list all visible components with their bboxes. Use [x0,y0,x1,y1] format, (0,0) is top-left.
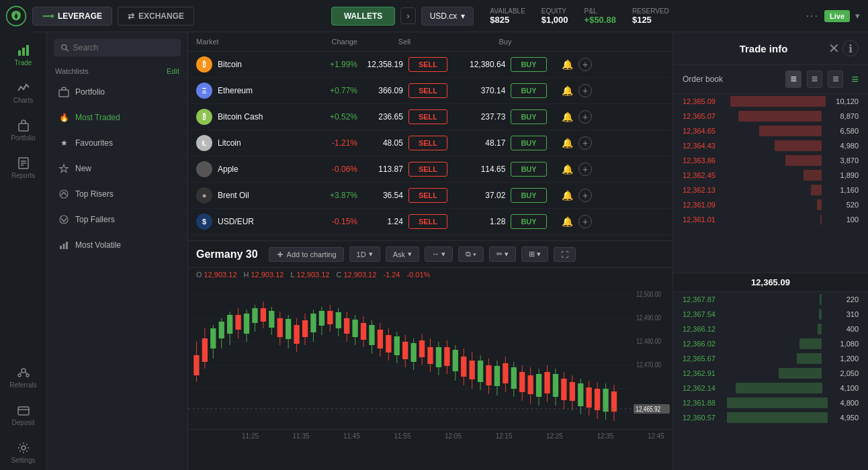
new-icon [58,162,70,175]
bid-row[interactable]: 12,366.12 400 [673,322,868,336]
collapse-button[interactable]: ▾ [855,11,860,21]
nav-item-top-fallers[interactable]: Top Fallers [50,207,185,232]
ask-row[interactable]: 12,361.09 520 [673,197,868,212]
add-to-watchlist-button[interactable]: + [578,136,592,150]
ask-button[interactable]: Ask ▾ [386,246,419,262]
ohlc-close: C 12,903.12 [336,271,376,279]
nav-item-new[interactable]: New [50,156,185,181]
buy-button[interactable]: BUY [511,214,546,229]
table-row[interactable]: $ USD/EUR -0.15% 1.24 SELL 1.28 BUY 🔔 + [188,209,672,235]
alert-button[interactable]: 🔔 [562,111,573,122]
buy-button[interactable]: BUY [511,162,546,177]
ask-row[interactable]: 12,365.09 10,120 [673,94,868,109]
ask-row[interactable]: 12,362.13 1,160 [673,183,868,197]
table-row[interactable]: ₿ Bitcoin +1.99% 12,358.19 SELL 12,380.6… [188,52,672,78]
add-to-watchlist-button[interactable]: + [578,215,592,228]
timeframe-button[interactable]: 1D ▾ [349,246,380,262]
svg-rect-41 [219,322,224,338]
alert-button[interactable]: 🔔 [562,138,573,148]
ask-row[interactable]: 12,365.07 8,870 [673,109,868,124]
view-depth-button[interactable]: ≡ [851,73,859,87]
ask-bar [730,96,826,107]
add-to-watchlist-button[interactable]: + [578,189,592,202]
alert-button[interactable]: 🔔 [562,164,573,175]
nav-item-most-traded[interactable]: 🔥 Most Traded [50,105,185,130]
sell-button[interactable]: SELL [408,188,447,203]
table-row[interactable]: Ł Litcoin -1.21% 48.05 SELL 48.17 BUY 🔔 … [188,130,672,156]
svg-point-10 [18,374,21,377]
draw-button[interactable]: ✏ ▾ [489,246,516,262]
sell-button[interactable]: SELL [408,136,447,150]
width-button[interactable]: ↔ ▾ [425,246,453,262]
nav-item-portfolio[interactable]: Portfolio [50,80,185,104]
buy-button[interactable]: BUY [511,136,546,150]
bid-row[interactable]: 12,367.87 220 [673,292,868,307]
bid-row[interactable]: 12,360.57 4,950 [673,410,868,425]
buy-button[interactable]: BUY [511,83,546,98]
nav-item-most-volatile[interactable]: Most Volatile [50,233,185,257]
fullscreen-button[interactable]: ⛶ [554,247,576,262]
ask-row[interactable]: 12,361.01 100 [673,212,868,227]
more-options-button[interactable]: ··· [806,10,819,22]
leverage-button[interactable]: ⟿ LEVERAGE [32,7,112,26]
ask-row[interactable]: 12,364.43 4,980 [673,138,868,153]
nav-item-top-risers[interactable]: Top Risers [50,182,185,206]
sell-button[interactable]: SELL [408,162,447,177]
edit-button[interactable]: Edit [167,67,179,75]
search-input[interactable] [73,43,174,52]
nav-item-favourites[interactable]: ★ Favourites [50,131,185,155]
alert-button[interactable]: 🔔 [562,85,573,96]
info-button[interactable]: ℹ [842,40,859,56]
sidebar-item-portfolio[interactable]: Portfolio [3,113,44,148]
alert-button[interactable]: 🔔 [562,216,573,227]
currency-selector[interactable]: USD.cx ▾ [421,7,474,26]
buy-button[interactable]: BUY [511,188,546,203]
alert-button[interactable]: 🔔 [562,190,573,201]
view-bids-button[interactable]: ≡ [828,70,843,88]
alert-button[interactable]: 🔔 [562,59,573,70]
add-to-watchlist-button[interactable]: + [578,110,592,124]
sidebar-item-trade[interactable]: Trade [3,38,44,73]
table-row[interactable]: ₿ Bitcoin Cash +0.52% 236.65 SELL 237.73… [188,104,672,130]
sell-button[interactable]: SELL [408,109,447,124]
sell-button[interactable]: SELL [408,214,447,229]
ask-row[interactable]: 12,363.86 3,870 [673,153,868,168]
sidebar-item-settings[interactable]: Settings [3,435,44,470]
available-stat: AVAILABLE $825 [490,7,525,25]
bid-row[interactable]: 12,362.14 4,100 [673,381,868,395]
bid-row[interactable]: 12,361.88 4,800 [673,395,868,410]
add-to-watchlist-button[interactable]: + [578,58,592,71]
sidebar-item-charts[interactable]: Charts [3,75,44,110]
ask-row[interactable]: 12,364.65 6,580 [673,124,868,138]
sell-button[interactable]: SELL [408,83,447,98]
buy-button[interactable]: BUY [511,57,546,72]
table-row[interactable]: ● Brent Oil +3.87% 36.54 SELL 37.02 BUY … [188,183,672,209]
bid-row[interactable]: 12,367.54 310 [673,307,868,322]
sidebar-item-deposit[interactable]: Deposit [3,397,44,432]
add-to-charting-button[interactable]: Add to charting [269,247,344,262]
ask-row[interactable]: 12,362.45 1,890 [673,168,868,183]
exchange-button[interactable]: ⇄ EXCHANGE [118,7,194,26]
view-asks-button[interactable]: ≡ [807,70,822,88]
search-input-wrap[interactable] [54,39,181,56]
svg-rect-101 [470,361,475,379]
table-row[interactable]: Apple -0.06% 113.87 SELL 114.65 BUY 🔔 + [188,156,672,183]
bid-row[interactable]: 12,362.91 2,050 [673,366,868,381]
bid-row[interactable]: 12,365.67 1,200 [673,351,868,366]
chart-type-button[interactable]: ⧉ ▾ [458,246,484,262]
table-row[interactable]: Ξ Ethereum +0.77% 366.09 SELL 370.14 BUY… [188,78,672,104]
trade-info-header: Trade info ✕ ℹ [673,32,868,65]
layers-button[interactable]: ⊞ ▾ [521,246,548,262]
wallets-button[interactable]: WALLETS [331,7,395,26]
sidebar-item-reports[interactable]: Reports [3,150,44,185]
view-all-button[interactable]: ≡ [785,70,801,88]
sell-button[interactable]: SELL [408,57,447,72]
bid-row[interactable]: 12,366.02 1,080 [673,336,868,351]
buy-button[interactable]: BUY [511,109,546,124]
close-trade-info-button[interactable]: ✕ [828,40,840,56]
add-to-watchlist-button[interactable]: + [578,162,592,176]
ask-price: 12,362.13 [683,186,736,194]
sidebar-item-referrals[interactable]: Referrals [3,360,44,395]
add-to-watchlist-button[interactable]: + [578,84,592,97]
next-arrow-button[interactable]: › [400,7,415,24]
